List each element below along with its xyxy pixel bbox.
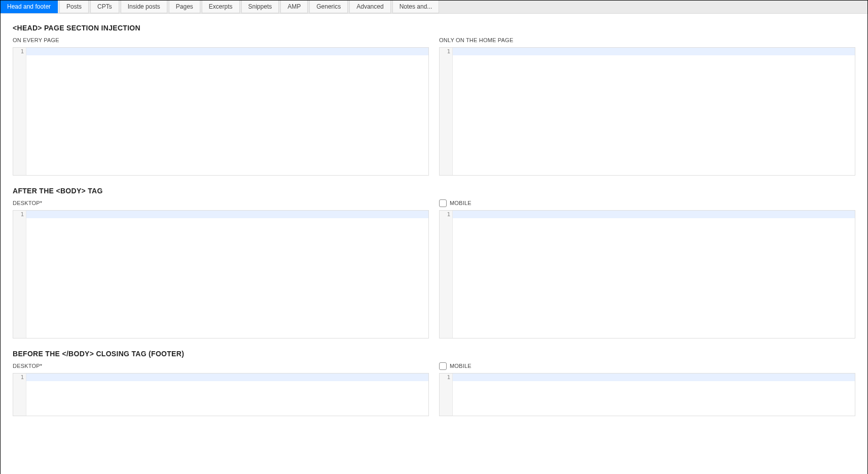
editor-gutter: 1 xyxy=(13,211,26,338)
editor-gutter: 1 xyxy=(13,48,26,175)
editor-after-body-mobile[interactable]: 1 xyxy=(439,210,855,338)
code-area[interactable] xyxy=(26,48,428,175)
code-area[interactable] xyxy=(26,374,428,416)
tab-inside-posts[interactable]: Inside posts xyxy=(121,1,167,13)
tab-snippets[interactable]: Snippets xyxy=(241,1,279,13)
tab-amp[interactable]: AMP xyxy=(280,1,308,13)
label-after-body-mobile: MOBILE xyxy=(450,200,472,206)
label-after-body-desktop: DESKTOP* xyxy=(13,199,429,207)
editor-gutter: 1 xyxy=(440,374,453,416)
tab-pages[interactable]: Pages xyxy=(169,1,200,13)
tab-head-and-footer[interactable]: Head and footer xyxy=(1,1,58,13)
editor-head-every-page[interactable]: 1 xyxy=(13,47,429,176)
label-footer-desktop: DESKTOP* xyxy=(13,362,429,370)
tab-advanced[interactable]: Advanced xyxy=(349,1,390,13)
active-line xyxy=(26,48,428,55)
label-footer-mobile: MOBILE xyxy=(450,363,472,369)
tab-notes-and[interactable]: Notes and... xyxy=(392,1,440,13)
active-line xyxy=(453,211,855,218)
tab-generics[interactable]: Generics xyxy=(309,1,348,13)
tab-posts[interactable]: Posts xyxy=(59,1,89,13)
active-line xyxy=(26,374,428,381)
editor-footer-mobile[interactable]: 1 xyxy=(439,373,855,416)
editor-gutter: 1 xyxy=(440,211,453,338)
tab-excerpts[interactable]: Excerpts xyxy=(202,1,240,13)
code-area[interactable] xyxy=(26,211,428,338)
label-head-home-page: ONLY ON THE HOME PAGE xyxy=(439,36,855,44)
tab-cpts[interactable]: CPTs xyxy=(90,1,119,13)
section-title-after-body: AFTER THE <BODY> TAG xyxy=(13,187,855,195)
code-area[interactable] xyxy=(453,374,855,416)
active-line xyxy=(453,48,855,55)
tab-bar: Head and footer Posts CPTs Inside posts … xyxy=(1,1,867,14)
editor-after-body-desktop[interactable]: 1 xyxy=(13,210,429,338)
editor-gutter: 1 xyxy=(440,48,453,175)
code-area[interactable] xyxy=(453,48,855,175)
active-line xyxy=(453,374,855,381)
label-head-every-page: ON EVERY PAGE xyxy=(13,36,429,44)
editor-footer-desktop[interactable]: 1 xyxy=(13,373,429,416)
checkbox-footer-mobile[interactable] xyxy=(439,362,447,370)
editor-head-home-page[interactable]: 1 xyxy=(439,47,855,176)
active-line xyxy=(26,211,428,218)
section-title-before-body-close: BEFORE THE </BODY> CLOSING TAG (FOOTER) xyxy=(13,350,855,358)
section-title-head: <HEAD> PAGE SECTION INJECTION xyxy=(13,24,855,32)
code-area[interactable] xyxy=(453,211,855,338)
editor-gutter: 1 xyxy=(13,374,26,416)
checkbox-after-body-mobile[interactable] xyxy=(439,199,447,207)
